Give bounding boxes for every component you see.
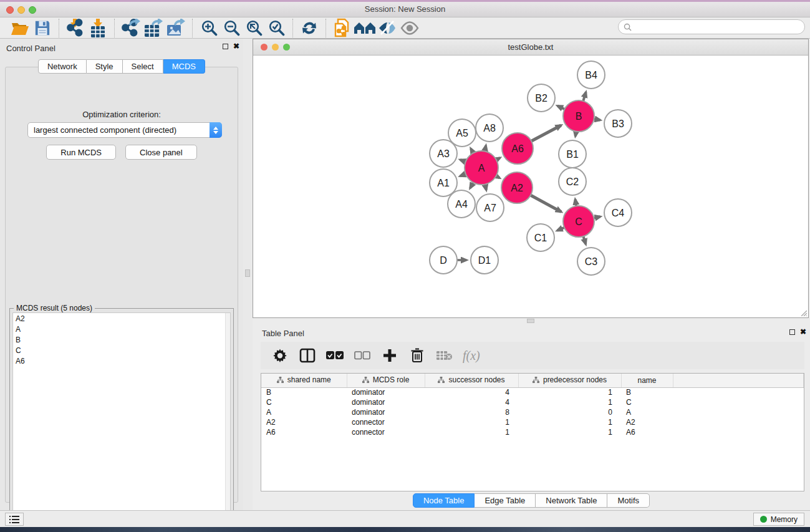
cell[interactable]: C — [261, 397, 347, 407]
tab-mcds[interactable]: MCDS — [163, 59, 205, 74]
result-item[interactable]: A — [13, 324, 230, 334]
cell[interactable]: connector — [347, 427, 425, 437]
resize-grip-icon[interactable] — [799, 308, 807, 316]
edge-A-A3[interactable] — [460, 160, 466, 162]
cell[interactable]: 1 — [518, 397, 621, 407]
hide-selected-icon[interactable] — [376, 19, 398, 37]
cell[interactable]: dominator — [347, 387, 425, 397]
cell[interactable]: A2 — [261, 417, 347, 427]
mcds-result-list[interactable]: A2ABCA6 — [12, 312, 231, 522]
panel-divider-vertical[interactable] — [243, 39, 253, 510]
close-panel-button[interactable]: Close panel — [125, 145, 197, 160]
edge-B-B3[interactable] — [594, 119, 600, 120]
cell[interactable]: dominator — [347, 397, 425, 407]
column-header-MCDS-role[interactable]: MCDS role — [347, 374, 425, 387]
cell[interactable]: B — [261, 387, 347, 397]
search-input[interactable] — [635, 22, 799, 31]
table-settings-icon[interactable] — [271, 346, 289, 365]
tab-network-table[interactable]: Network Table — [536, 493, 607, 508]
tab-motifs[interactable]: Motifs — [607, 493, 650, 508]
result-item[interactable]: A2 — [13, 313, 230, 324]
cell[interactable]: A — [261, 407, 347, 417]
import-network-icon[interactable] — [64, 19, 87, 37]
export-image-icon[interactable] — [165, 19, 187, 37]
import-table-icon[interactable] — [87, 19, 109, 37]
open-session-icon[interactable] — [9, 19, 31, 37]
divider-handle-horizontal[interactable] — [527, 319, 534, 323]
cell[interactable]: 0 — [518, 407, 621, 417]
cell[interactable]: 1 — [425, 417, 518, 427]
save-session-icon[interactable] — [31, 19, 54, 37]
table-row[interactable]: Adominator80A — [261, 407, 804, 417]
refresh-layout-icon[interactable] — [298, 19, 321, 37]
column-header-name[interactable]: name — [621, 374, 673, 387]
divider-handle[interactable] — [245, 269, 250, 277]
table-row[interactable]: A6connector11A6 — [261, 427, 804, 437]
zoom-in-icon[interactable] — [198, 19, 220, 37]
edge-A-A6[interactable] — [496, 158, 500, 160]
network-canvas[interactable]: B4B2BB3A5A8A6B1A3AC2A1A2A4A7C4CC1C3DD1 — [253, 56, 808, 317]
cell[interactable]: A6 — [261, 427, 347, 437]
search-field[interactable] — [618, 19, 805, 34]
cell[interactable]: C — [621, 397, 673, 407]
edge-A-A1[interactable] — [460, 174, 466, 176]
zoom-selected-icon[interactable] — [265, 19, 287, 37]
run-mcds-button[interactable]: Run MCDS — [46, 145, 116, 160]
column-header-predecessor-nodes[interactable]: predecessor nodes — [518, 374, 621, 387]
tab-network[interactable]: Network — [38, 59, 87, 74]
cell[interactable]: A2 — [621, 417, 673, 427]
float-table-panel-icon[interactable] — [789, 329, 795, 335]
optimization-criterion-dropdown[interactable]: largest connected component (directed) — [27, 122, 222, 138]
cell[interactable]: 1 — [518, 417, 621, 427]
close-panel-icon[interactable]: ✖ — [233, 44, 239, 49]
function-builder-button[interactable]: f(x) — [463, 349, 480, 363]
show-column-icon[interactable] — [298, 346, 317, 365]
edge-A-A8[interactable] — [485, 145, 486, 151]
cell[interactable]: connector — [347, 417, 425, 427]
deselect-all-icon[interactable] — [353, 346, 372, 365]
edge-C-C3[interactable] — [583, 236, 586, 244]
cell[interactable]: dominator — [347, 407, 425, 417]
column-header-shared-name[interactable]: shared name — [261, 374, 347, 387]
tab-style[interactable]: Style — [87, 59, 123, 74]
edge-B-B4[interactable] — [583, 92, 586, 101]
show-all-icon[interactable] — [398, 19, 421, 37]
export-table-icon[interactable] — [142, 19, 165, 37]
table-row[interactable]: A2connector11A2 — [261, 417, 804, 427]
edge-B-B1[interactable] — [576, 132, 576, 137]
edge-B-B2[interactable] — [557, 106, 564, 110]
edge-C-C1[interactable] — [557, 228, 564, 231]
edge-C-C2[interactable] — [575, 200, 576, 206]
result-item[interactable]: B — [13, 334, 230, 345]
add-row-icon[interactable] — [380, 346, 399, 365]
result-list-scrollbar[interactable] — [225, 313, 230, 521]
edge-A2-C[interactable] — [531, 195, 561, 212]
select-all-icon[interactable] — [325, 346, 344, 365]
edge-A-A7[interactable] — [485, 184, 486, 190]
float-panel-icon[interactable] — [223, 44, 228, 49]
cell[interactable]: B — [621, 387, 673, 397]
table-row[interactable]: Bdominator41B — [261, 387, 804, 397]
first-neighbors-icon[interactable] — [354, 19, 376, 37]
edge-A-A5[interactable] — [471, 148, 473, 153]
tab-node-table[interactable]: Node Table — [413, 493, 475, 508]
zoom-fit-icon[interactable] — [243, 19, 265, 37]
export-network-icon[interactable] — [120, 19, 142, 37]
cell[interactable]: A6 — [621, 427, 673, 437]
edge-C-C4[interactable] — [594, 216, 600, 218]
edge-A6-B[interactable] — [531, 125, 561, 141]
column-header-successor-nodes[interactable]: successor nodes — [425, 374, 518, 387]
table-row[interactable]: Cdominator41C — [261, 397, 804, 407]
cell[interactable]: 1 — [425, 427, 518, 437]
network-graph[interactable]: B4B2BB3A5A8A6B1A3AC2A1A2A4A7C4CC1C3DD1 — [253, 56, 808, 317]
network-window-titlebar[interactable]: testGlobe.txt — [253, 39, 808, 56]
tab-edge-table[interactable]: Edge Table — [475, 493, 536, 508]
cell[interactable]: 1 — [518, 387, 621, 397]
result-item[interactable]: C — [13, 345, 230, 355]
cell[interactable]: A — [621, 407, 673, 417]
duplicate-network-icon[interactable] — [331, 19, 354, 37]
cell[interactable]: 4 — [425, 397, 518, 407]
memory-button[interactable]: Memory — [753, 513, 804, 526]
delete-table-icon[interactable] — [435, 346, 454, 365]
cell[interactable]: 4 — [425, 387, 518, 397]
